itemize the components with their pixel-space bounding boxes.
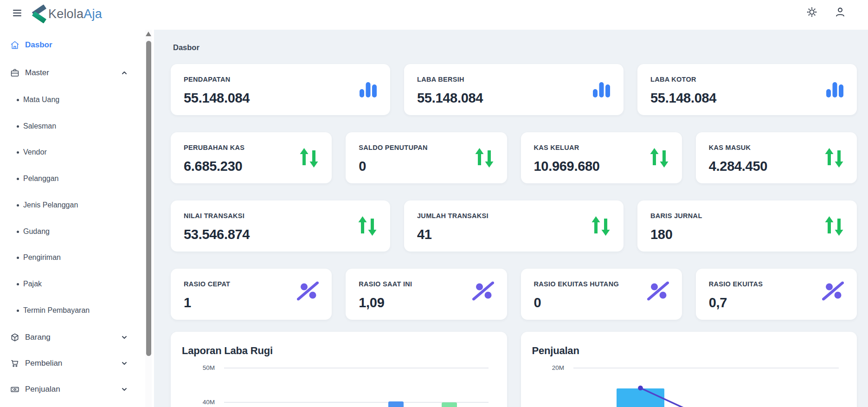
stat-card-label: BARIS JURNAL (650, 212, 844, 220)
stat-card-label: PENDAPATAN (184, 76, 377, 83)
stat-card-label: KAS KELUAR (534, 144, 669, 151)
bullet-icon (17, 231, 19, 233)
sidebar-item-label: Dasbor (25, 40, 52, 50)
brand-text-aja: Aja (84, 7, 102, 21)
stat-row-2: PERUBAHAN KAS 6.685.230 SALDO PENUTUPAN … (171, 132, 857, 183)
stat-card-rasio-cepat: RASIO CEPAT 1 (171, 269, 332, 320)
stat-card-kas-keluar: KAS KELUAR 10.969.680 (521, 132, 682, 183)
stat-card-value: 41 (417, 227, 611, 242)
bullet-icon (17, 257, 19, 259)
svg-text:50M: 50M (203, 364, 215, 371)
sidebar-item-barang[interactable]: Barang (10, 331, 145, 343)
stat-card-label: JUMLAH TRANSAKSI (417, 212, 611, 220)
sidebar-item-pembelian[interactable]: Pembelian (10, 357, 145, 369)
bullet-icon (17, 178, 19, 180)
stat-card-label: LABA BERSIH (417, 76, 611, 83)
brand-logo-icon (31, 5, 46, 23)
cart-icon (10, 359, 19, 368)
sidebar-item-dasbor[interactable]: Dasbor (10, 39, 145, 51)
sidebar-item-label: Gudang (23, 227, 50, 236)
stat-card-value: 55.148.084 (650, 90, 844, 106)
percent-icon (297, 282, 319, 301)
bar-chart-icon (360, 82, 377, 97)
stat-card-laba-bersih: LABA BERSIH 55.148.084 (404, 64, 624, 115)
stat-row-1: PENDAPATAN 55.148.084 LABA BERSIH 55.148… (171, 64, 857, 115)
stat-card-label: NILAI TRANSAKSI (184, 212, 377, 220)
main-content: Dasbor PENDAPATAN 55.148.084 LABA BERSIH… (154, 30, 868, 407)
stat-card-value: 6.685.230 (184, 159, 319, 174)
bar-chart-icon (826, 82, 844, 97)
chevron-down-icon (121, 360, 128, 368)
up-down-arrows-icon (649, 148, 669, 168)
stat-card-laba-kotor: LABA KOTOR 55.148.084 (637, 64, 857, 115)
brand-logo[interactable]: KelolaAja (31, 5, 102, 23)
cash-icon (10, 385, 19, 394)
stat-card-perubahan-kas: PERUBAHAN KAS 6.685.230 (171, 132, 332, 183)
sidebar-item-label: Pelanggan (23, 174, 59, 183)
sidebar-item-pajak[interactable]: Pajak (17, 278, 151, 290)
stat-card-label: LABA KOTOR (650, 76, 844, 83)
sidebar-item-label: Pembelian (25, 359, 62, 368)
stat-card-rasio-ekuitas-hutang: RASIO EKUITAS HUTANG 0 (521, 269, 682, 320)
sidebar-item-vendor[interactable]: Vendor (17, 146, 151, 158)
stat-row-3: NILAI TRANSAKSI 53.546.874 JUMLAH TRANSA… (171, 200, 857, 252)
bullet-icon (17, 204, 19, 207)
stat-card-value: 55.148.084 (417, 90, 611, 106)
stat-card-rasio-ekuitas: RASIO EKUITAS 0,7 (696, 269, 857, 320)
up-down-arrows-icon (475, 148, 494, 168)
sidebar: DasborMasterMata UangSalesmanVendorPelan… (0, 30, 154, 407)
sidebar-item-mata-uang[interactable]: Mata Uang (17, 94, 151, 106)
bullet-icon (17, 99, 19, 101)
stat-card-value: 0 (359, 159, 494, 174)
sidebar-item-jenis-pelanggan[interactable]: Jenis Pelanggan (17, 199, 151, 211)
chart-card-penjualan: Penjualan 20M (521, 332, 857, 407)
sidebar-item-pengiriman[interactable]: Pengiriman (17, 252, 151, 264)
bullet-icon (17, 283, 19, 285)
bullet-icon (17, 310, 19, 312)
stat-card-value: 180 (650, 227, 844, 242)
svg-text:20M: 20M (552, 364, 564, 371)
sidebar-item-termin-pembayaran[interactable]: Termin Pembayaran (17, 304, 151, 317)
scrollbar-thumb[interactable] (146, 41, 151, 356)
stat-card-rasio-saat-ini: RASIO SAAT INI 1,09 (346, 269, 507, 320)
sidebar-item-label: Barang (25, 333, 51, 342)
theme-toggle-sun-icon[interactable] (806, 6, 817, 18)
sidebar-item-label: Jenis Pelanggan (23, 201, 78, 209)
user-account-icon[interactable] (835, 6, 846, 18)
sidebar-item-penjualan[interactable]: Penjualan (10, 383, 145, 395)
sidebar-item-label: Mata Uang (23, 96, 59, 104)
menu-icon[interactable] (13, 10, 21, 16)
sidebar-item-label: Penjualan (25, 385, 60, 394)
scrollbar-up-arrow-icon[interactable] (146, 32, 151, 36)
up-down-arrows-icon (591, 216, 611, 236)
stat-card-label: KAS MASUK (709, 144, 844, 151)
page-title: Dasbor (173, 43, 857, 52)
stat-card-value: 4.284.450 (709, 159, 844, 174)
up-down-arrows-icon (824, 148, 844, 168)
brand-text-kelola: Kelola (48, 7, 84, 21)
stat-card-pendapatan: PENDAPATAN 55.148.084 (171, 64, 390, 115)
stat-row-4: RASIO CEPAT 1 RASIO SAAT INI 1,09 RASIO … (171, 269, 857, 320)
stat-card-baris-jurnal: BARIS JURNAL 180 (637, 200, 857, 252)
bullet-icon (17, 151, 19, 154)
sidebar-item-pelanggan[interactable]: Pelanggan (17, 173, 151, 185)
up-down-arrows-icon (358, 216, 377, 236)
sidebar-item-master[interactable]: Master (10, 67, 145, 79)
bar-chart-icon (593, 82, 611, 97)
topbar: KelolaAja (0, 0, 868, 30)
laba-rugi-chart: 50M 40M (171, 332, 507, 407)
stat-card-value: 10.969.680 (534, 159, 669, 174)
sidebar-item-label: Pajak (23, 280, 42, 288)
sidebar-item-gudang[interactable]: Gudang (17, 226, 151, 238)
chevron-up-icon (121, 70, 128, 78)
stat-card-value: 53.546.874 (184, 227, 377, 242)
sidebar-scrollbar[interactable] (145, 30, 152, 407)
sidebar-item-label: Pengiriman (23, 253, 61, 262)
cube-icon (10, 333, 19, 342)
up-down-arrows-icon (824, 216, 844, 236)
chevron-down-icon (121, 334, 128, 342)
svg-text:40M: 40M (203, 399, 215, 406)
chart-card-laba-rugi: Laporan Laba Rugi 50M 40M (171, 332, 507, 407)
sidebar-item-salesman[interactable]: Salesman (17, 120, 151, 132)
percent-icon (647, 282, 669, 301)
